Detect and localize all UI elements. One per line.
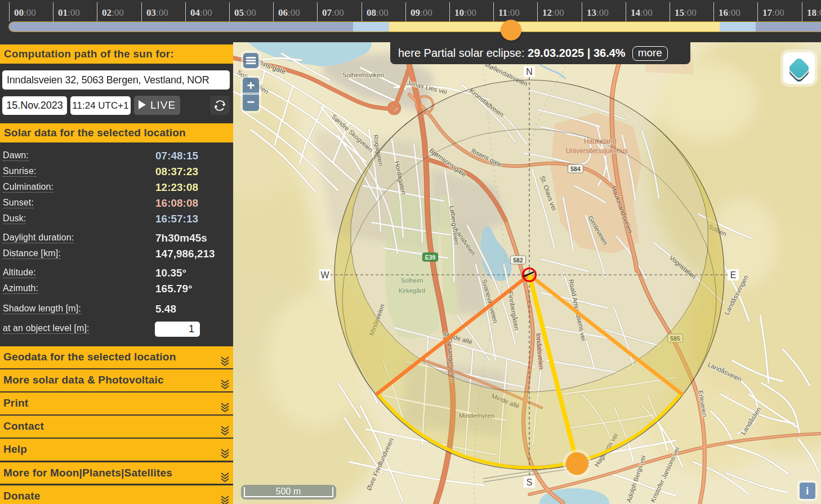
svg-text:N: N	[526, 67, 533, 77]
svg-text:500 m: 500 m	[276, 487, 301, 496]
svg-text:E: E	[730, 270, 737, 280]
svg-text:S: S	[526, 478, 533, 487]
svg-text:Solheimsviken: Solheimsviken	[342, 72, 384, 78]
svg-text:W: W	[320, 270, 329, 280]
